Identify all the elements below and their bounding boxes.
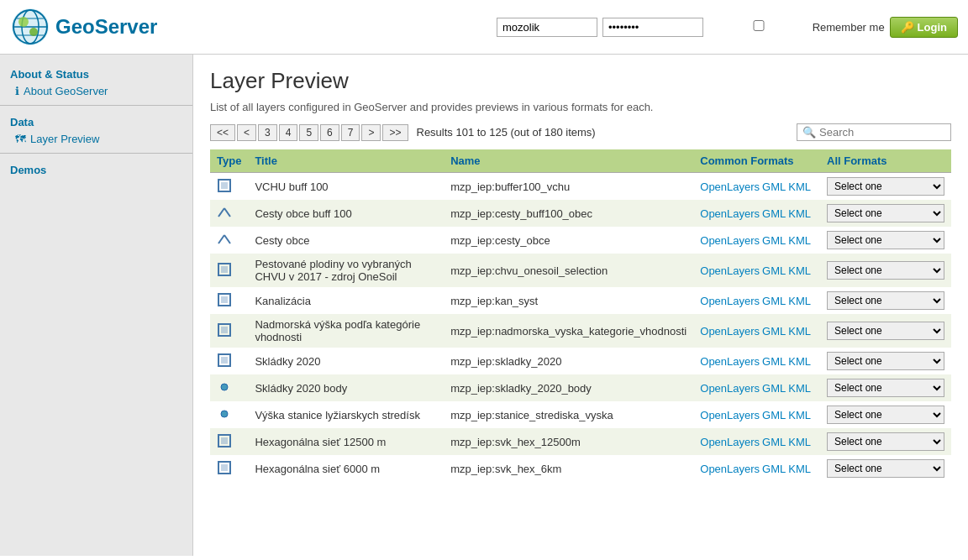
format-link-gml[interactable]: GML	[762, 409, 786, 421]
logo-area: GeoServer	[10, 7, 497, 47]
pagination-info: Results 101 to 125 (out of 180 items)	[417, 126, 596, 139]
format-link-openlayers[interactable]: OpenLayers	[700, 355, 760, 368]
page-btn-4[interactable]: 4	[279, 124, 298, 141]
table-row: VCHU buff 100mzp_iep:buffer100_vchuOpenL…	[210, 173, 951, 201]
format-link-gml[interactable]: GML	[762, 295, 786, 307]
search-input[interactable]	[819, 126, 945, 139]
sidebar-item-layer-preview[interactable]: 🗺 Layer Preview	[0, 130, 192, 148]
page-btn-5[interactable]: 5	[299, 124, 318, 141]
format-link-kml[interactable]: KML	[788, 382, 811, 395]
all-formats-select[interactable]: Select one	[827, 204, 944, 222]
format-link-gml[interactable]: GML	[762, 463, 786, 475]
format-link-gml[interactable]: GML	[762, 181, 786, 193]
login-button[interactable]: 🔑 Login	[890, 17, 958, 38]
table-row: Pestované plodiny vo vybraných CHVU v 20…	[210, 254, 951, 287]
format-link-openlayers[interactable]: OpenLayers	[700, 382, 760, 395]
format-link-openlayers[interactable]: OpenLayers	[700, 264, 760, 277]
format-link-gml[interactable]: GML	[762, 355, 786, 368]
svg-line-10	[218, 208, 224, 217]
svg-rect-19	[221, 327, 228, 333]
search-icon: 🔍	[802, 126, 816, 139]
remember-me-checkbox[interactable]	[708, 20, 809, 31]
cell-name: mzp_iep:svk_hex_12500m	[444, 428, 693, 455]
format-link-kml[interactable]: KML	[788, 207, 811, 220]
col-type: Type	[210, 149, 248, 173]
cell-common-formats: OpenLayersGMLKML	[693, 200, 820, 227]
all-formats-select[interactable]: Select one	[827, 352, 944, 370]
format-link-kml[interactable]: KML	[788, 181, 811, 193]
format-link-gml[interactable]: GML	[762, 436, 786, 448]
format-link-openlayers[interactable]: OpenLayers	[700, 409, 760, 421]
format-link-openlayers[interactable]: OpenLayers	[700, 436, 760, 448]
type-icon-polygon	[217, 183, 232, 196]
cell-title: Výška stanice lyžiarskych stredísk	[248, 401, 444, 428]
format-link-openlayers[interactable]: OpenLayers	[700, 181, 760, 193]
page-btn-prev[interactable]: <	[237, 124, 256, 141]
cell-name: mzp_iep:skladky_2020	[444, 348, 693, 374]
page-btn-last[interactable]: >>	[382, 124, 408, 141]
page-btn-7[interactable]: 7	[341, 124, 360, 141]
cell-name: mzp_iep:buffer100_vchu	[444, 173, 693, 201]
cell-all-formats: Select one	[820, 401, 951, 428]
format-link-kml[interactable]: KML	[788, 436, 811, 448]
format-link-openlayers[interactable]: OpenLayers	[700, 463, 760, 475]
page-btn-3[interactable]: 3	[258, 124, 277, 141]
cell-title: VCHU buff 100	[248, 173, 444, 201]
all-formats-select[interactable]: Select one	[827, 231, 944, 249]
format-link-kml[interactable]: KML	[788, 355, 811, 368]
cell-common-formats: OpenLayersGMLKML	[693, 428, 820, 455]
format-link-kml[interactable]: KML	[788, 295, 811, 307]
cell-type	[210, 455, 248, 482]
format-link-gml[interactable]: GML	[762, 382, 786, 395]
format-link-kml[interactable]: KML	[788, 463, 811, 475]
page-btn-next[interactable]: >	[361, 124, 381, 141]
svg-line-13	[224, 235, 230, 243]
cell-all-formats: Select one	[820, 428, 951, 455]
page-btn-first[interactable]: <<	[210, 124, 235, 141]
all-formats-select[interactable]: Select one	[827, 432, 944, 451]
format-link-kml[interactable]: KML	[788, 325, 811, 338]
format-link-kml[interactable]: KML	[788, 234, 811, 247]
page-btn-6[interactable]: 6	[320, 124, 339, 141]
username-input[interactable]	[497, 18, 597, 37]
all-formats-select[interactable]: Select one	[827, 406, 944, 424]
sidebar-item-about-geoserver[interactable]: ℹ About GeoServer	[0, 82, 192, 100]
auth-area: Remember me 🔑 Login	[497, 17, 958, 38]
cell-name: mzp_iep:chvu_onesoil_selection	[444, 254, 693, 287]
format-link-gml[interactable]: GML	[762, 234, 786, 247]
cell-title: Cesty obce	[248, 227, 444, 254]
format-link-openlayers[interactable]: OpenLayers	[700, 295, 760, 307]
col-all-formats: All Formats	[820, 149, 951, 173]
all-formats-select[interactable]: Select one	[827, 322, 944, 340]
format-link-openlayers[interactable]: OpenLayers	[700, 234, 760, 247]
type-icon-point	[217, 385, 232, 397]
format-link-openlayers[interactable]: OpenLayers	[700, 207, 760, 220]
all-formats-select[interactable]: Select one	[827, 379, 944, 397]
cell-name: mzp_iep:kan_syst	[444, 287, 693, 314]
cell-name: mzp_iep:stanice_strediska_vyska	[444, 401, 693, 428]
cell-common-formats: OpenLayersGMLKML	[693, 374, 820, 401]
all-formats-select[interactable]: Select one	[827, 177, 944, 196]
format-link-gml[interactable]: GML	[762, 264, 786, 277]
format-link-gml[interactable]: GML	[762, 325, 786, 338]
cell-title: Nadmorská výška podľa kategórie vhodnost…	[248, 314, 444, 348]
svg-rect-27	[221, 464, 228, 471]
table-row: Cesty obcemzp_iep:cesty_obceOpenLayersGM…	[210, 227, 951, 254]
sidebar-divider-1	[0, 105, 192, 106]
all-formats-select[interactable]: Select one	[827, 459, 944, 478]
col-common-formats: Common Formats	[693, 149, 820, 173]
format-link-openlayers[interactable]: OpenLayers	[700, 325, 760, 338]
all-formats-select[interactable]: Select one	[827, 291, 944, 310]
sidebar-divider-2	[0, 153, 192, 154]
cell-all-formats: Select one	[820, 455, 951, 482]
cell-type	[210, 314, 248, 348]
format-link-gml[interactable]: GML	[762, 207, 786, 220]
format-link-kml[interactable]: KML	[788, 264, 811, 277]
format-link-kml[interactable]: KML	[788, 409, 811, 421]
cell-title: Pestované plodiny vo vybraných CHVU v 20…	[248, 254, 444, 287]
password-input[interactable]	[602, 18, 703, 37]
all-formats-select[interactable]: Select one	[827, 261, 944, 280]
cell-common-formats: OpenLayersGMLKML	[693, 254, 820, 287]
cell-common-formats: OpenLayersGMLKML	[693, 348, 820, 374]
cell-name: mzp_iep:svk_hex_6km	[444, 455, 693, 482]
